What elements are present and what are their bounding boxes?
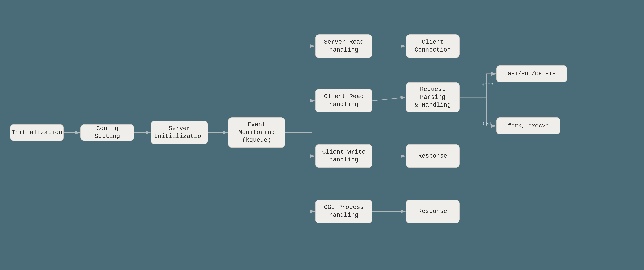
node-cgi-process-handling: CGI Process handling	[315, 200, 372, 223]
node-client-connection: Client Connection	[406, 34, 460, 58]
diagram-container: Initialization Config Setting Server Ini…	[0, 0, 644, 270]
label-http: HTTP	[481, 82, 494, 88]
node-fork-execve: fork, execve	[496, 117, 560, 134]
node-request-parsing: Request Parsing & Handling	[406, 82, 460, 112]
node-server-read-handling: Server Read handling	[315, 34, 372, 58]
node-get-put-delete: GET/PUT/DELETE	[496, 66, 567, 82]
node-config-setting: Config Setting	[80, 124, 134, 141]
node-response-write: Response	[406, 144, 460, 168]
node-response-cgi: Response	[406, 200, 460, 223]
svg-line-11	[372, 97, 405, 101]
node-client-read-handling: Client Read handling	[315, 89, 372, 112]
node-server-initialization: Server Initialization	[151, 121, 208, 144]
node-initialization: Initialization	[10, 124, 64, 141]
label-cgi: CGI	[483, 121, 492, 127]
node-event-monitoring: Event Monitoring (kqueue)	[228, 117, 285, 148]
node-client-write-handling: Client Write handling	[315, 144, 372, 168]
